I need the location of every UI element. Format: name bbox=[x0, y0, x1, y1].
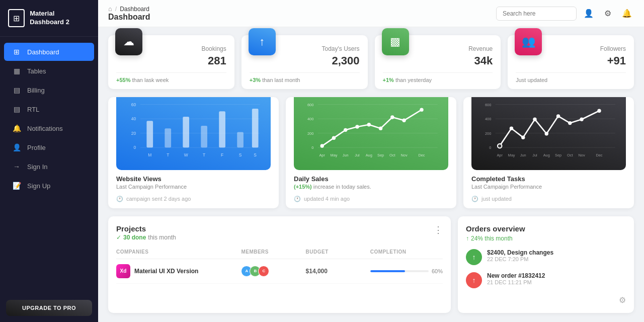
bookings-change-text: than lask week bbox=[132, 77, 169, 83]
svg-point-60 bbox=[545, 132, 548, 135]
top-right: 👤 ⚙ 🔔 bbox=[496, 7, 634, 21]
daily-sales-title: Daily Sales bbox=[294, 175, 448, 183]
svg-point-36 bbox=[390, 115, 394, 119]
bookings-change: +55% bbox=[116, 77, 130, 83]
sidebar-item-label: Tables bbox=[27, 67, 46, 75]
svg-text:200: 200 bbox=[485, 131, 491, 136]
col-members: MEMBERS bbox=[241, 249, 301, 255]
projects-title: Projects bbox=[116, 224, 176, 233]
sidebar-item-label: Dashboard bbox=[27, 48, 59, 56]
sidebar-logo: ⊞ Material Dashboard 2 bbox=[0, 0, 98, 37]
dashboard-icon: ⊞ bbox=[12, 48, 21, 56]
svg-text:Sep: Sep bbox=[555, 153, 561, 157]
svg-point-38 bbox=[420, 108, 423, 111]
svg-text:600: 600 bbox=[485, 103, 491, 107]
svg-text:600: 600 bbox=[307, 103, 313, 107]
top-bar: ⌂ / Dashboard Dashboard 👤 ⚙ 🔔 bbox=[98, 0, 644, 27]
svg-point-35 bbox=[379, 126, 382, 130]
gear-icon[interactable]: ⚙ bbox=[619, 295, 626, 305]
projects-card: Projects ✓ 30 done this month ⋮ COMPANIE… bbox=[108, 216, 451, 313]
followers-value: +91 bbox=[516, 54, 626, 67]
svg-text:Nov: Nov bbox=[400, 153, 407, 157]
order-dot-red: ↑ bbox=[466, 272, 482, 288]
order-name-2: New order #1832412 bbox=[487, 272, 626, 279]
svg-point-37 bbox=[402, 119, 406, 122]
stat-card-followers: 👥 Followers +91 Just updated bbox=[508, 35, 634, 89]
sidebar-item-profile[interactable]: 👤 Profile bbox=[4, 138, 94, 156]
revenue-change: +1% bbox=[383, 77, 394, 83]
svg-text:May: May bbox=[508, 153, 515, 157]
table-header: COMPANIES MEMBERS BUDGET COMPLETION bbox=[116, 245, 443, 259]
svg-text:0: 0 bbox=[134, 145, 136, 150]
projects-done-count: 30 done bbox=[123, 234, 146, 241]
completed-tasks-footer: 🕐 just updated bbox=[463, 192, 634, 208]
svg-text:Jul: Jul bbox=[532, 153, 537, 157]
svg-point-56 bbox=[498, 144, 502, 148]
projects-done-period: this month bbox=[148, 234, 176, 241]
svg-text:Apr: Apr bbox=[497, 153, 503, 157]
svg-text:S: S bbox=[239, 152, 242, 157]
sidebar-item-billing[interactable]: ▤ Billing bbox=[4, 81, 94, 99]
signin-icon: → bbox=[12, 163, 21, 171]
orders-title: Orders overview bbox=[466, 224, 626, 233]
followers-footer: Just updated bbox=[516, 72, 626, 83]
bookings-value: 281 bbox=[116, 54, 226, 67]
sidebar-item-notifications[interactable]: 🔔 Notifications bbox=[4, 119, 94, 137]
orders-card: Orders overview ↑ 24% this month ↑ $2400… bbox=[458, 216, 634, 313]
sidebar-item-tables[interactable]: ▦ Tables bbox=[4, 62, 94, 80]
page-title: Dashboard bbox=[108, 13, 150, 22]
chart-inner-blue: 60 40 20 0 bbox=[116, 97, 271, 170]
chart-card-daily-sales: 600 400 200 0 bbox=[286, 97, 456, 208]
upgrade-button[interactable]: UPGRADE TO PRO bbox=[6, 300, 92, 316]
signup-icon: 📝 bbox=[12, 182, 21, 190]
tables-icon: ▦ bbox=[12, 67, 21, 75]
svg-rect-12 bbox=[219, 111, 225, 147]
order-item-2: ↑ New order #1832412 21 DEC 11:21 PM bbox=[466, 272, 626, 288]
more-options-icon[interactable]: ⋮ bbox=[434, 224, 443, 235]
revenue-icon-box: ▩ bbox=[382, 28, 409, 55]
check-icon: ✓ bbox=[116, 234, 121, 241]
settings-icon[interactable]: ⚙ bbox=[601, 7, 615, 21]
svg-rect-14 bbox=[252, 109, 259, 147]
progress-bar bbox=[370, 270, 429, 272]
sidebar-item-label: Sign In bbox=[27, 163, 47, 171]
completion-cell: 60% bbox=[370, 268, 443, 274]
daily-sales-change-text: increase in today sales. bbox=[313, 184, 371, 190]
sidebar-item-dashboard[interactable]: ⊞ Dashboard bbox=[4, 43, 94, 61]
chart-card-completed-tasks: 600 400 200 0 bbox=[463, 97, 634, 208]
billing-icon: ▤ bbox=[12, 86, 21, 94]
sidebar-item-signin[interactable]: → Sign In bbox=[4, 157, 94, 176]
revenue-footer: +1% than yesterday bbox=[383, 72, 493, 83]
sidebar-item-label: Sign Up bbox=[27, 182, 50, 190]
bell-icon[interactable]: 🔔 bbox=[620, 7, 634, 21]
svg-text:0: 0 bbox=[489, 145, 491, 150]
sidebar-nav: ⊞ Dashboard ▦ Tables ▤ Billing ▤ RTL 🔔 N… bbox=[0, 37, 98, 294]
col-budget: BUDGET bbox=[306, 249, 366, 255]
content-area: ☁ Bookings 281 +55% than lask week ↑ Tod… bbox=[98, 27, 644, 322]
svg-text:Dec: Dec bbox=[596, 153, 602, 157]
order-info-2: New order #1832412 21 DEC 11:21 PM bbox=[487, 272, 626, 285]
sidebar-item-rtl[interactable]: ▤ RTL bbox=[4, 100, 94, 118]
svg-text:60: 60 bbox=[131, 102, 136, 107]
order-info: $2400, Design changes 22 DEC 7:20 PM bbox=[487, 249, 626, 262]
user-icon[interactable]: 👤 bbox=[582, 7, 596, 21]
svg-point-63 bbox=[580, 117, 583, 121]
svg-text:Aug: Aug bbox=[366, 153, 372, 157]
stat-cards-row: ☁ Bookings 281 +55% than lask week ↑ Tod… bbox=[108, 35, 634, 89]
projects-done: ✓ 30 done this month bbox=[116, 234, 176, 241]
svg-rect-8 bbox=[146, 121, 153, 147]
chart-inner-green: 600 400 200 0 bbox=[294, 97, 448, 170]
sidebar-item-signup[interactable]: 📝 Sign Up bbox=[4, 177, 94, 195]
orders-month: ↑ 24% this month bbox=[466, 235, 626, 242]
search-input[interactable] bbox=[496, 7, 577, 21]
sidebar-item-label: RTL bbox=[27, 106, 39, 113]
svg-point-57 bbox=[510, 126, 513, 130]
breadcrumb-page: Dashboard bbox=[120, 6, 149, 13]
order-time-2: 21 DEC 11:21 PM bbox=[487, 279, 626, 285]
clock-icon: 🕐 bbox=[294, 196, 301, 202]
svg-text:Jun: Jun bbox=[343, 153, 349, 157]
bookings-icon-box: ☁ bbox=[115, 28, 142, 55]
users-footer: +3% than last month bbox=[250, 72, 360, 83]
completed-tasks-title: Completed Tasks bbox=[471, 175, 626, 183]
svg-text:T: T bbox=[167, 152, 169, 157]
